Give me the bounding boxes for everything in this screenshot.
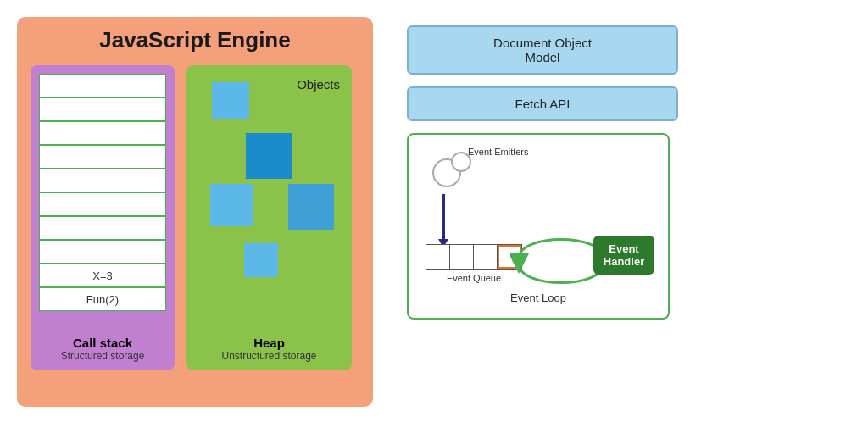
stack-row-x3: X=3 [39,264,166,287]
heap-square-3 [210,184,253,226]
heap-squares [195,74,343,327]
stack-row [39,74,166,97]
dom-label: Document ObjectModel [493,36,592,64]
queue-cell-2 [450,245,474,269]
stack-row [39,121,166,145]
stack-row [39,192,166,216]
queue-cell-1 [426,245,450,269]
event-loop-label: Event Loop [510,292,566,304]
stack-row-fun2: Fun(2) [39,287,166,311]
heap-square-4 [288,184,334,230]
stack-row [39,216,166,240]
heap-label: Heap Unstructured storage [221,336,316,362]
call-stack-title: Call stack [61,336,145,350]
heap-subtitle: Unstructured storage [221,350,316,362]
event-queue-container: Event Queue [426,244,522,283]
heap-square-5 [244,243,278,277]
event-handler-box: EventHandler [593,236,654,275]
arrow-down-icon [442,194,445,241]
fetch-label: Fetch API [515,97,570,111]
heap-box: Objects Heap Unstructured storage [186,65,352,370]
event-loop-inner: Event Emitters Event Queue [417,147,659,308]
call-stack-subtitle: Structured storage [61,350,145,362]
call-stack-box: X=3 Fun(2) Call stack Structured storage [31,65,175,370]
event-loop-box: Event Emitters Event Queue [407,133,670,320]
emitter-circle-small [451,152,471,172]
js-engine-title: JavaScript Engine [31,27,359,53]
dom-box: Document ObjectModel [407,25,678,75]
heap-square-2 [246,133,292,179]
engine-inner: X=3 Fun(2) Call stack Structured storage… [31,65,359,370]
call-stack-label: Call stack Structured storage [61,336,145,362]
event-queue-label: Event Queue [426,273,522,283]
queue-cell-3 [474,245,498,269]
stack-row [39,97,166,121]
stack-row [39,145,166,169]
heap-square-1 [212,82,249,119]
right-panel: Document ObjectModel Fetch API Event Emi… [407,17,678,320]
emitters-label: Event Emitters [468,147,529,157]
queue-cells [426,244,522,270]
js-engine-box: JavaScript Engine X=3 Fun(2) Call st [17,17,373,407]
stack-rows: X=3 Fun(2) [39,74,166,327]
event-handler-label: EventHandler [604,242,644,268]
fetch-box: Fetch API [407,86,678,121]
main-container: JavaScript Engine X=3 Fun(2) Call st [0,0,868,439]
stack-row [39,169,166,192]
stack-row [39,240,166,264]
heap-title: Heap [221,336,316,350]
